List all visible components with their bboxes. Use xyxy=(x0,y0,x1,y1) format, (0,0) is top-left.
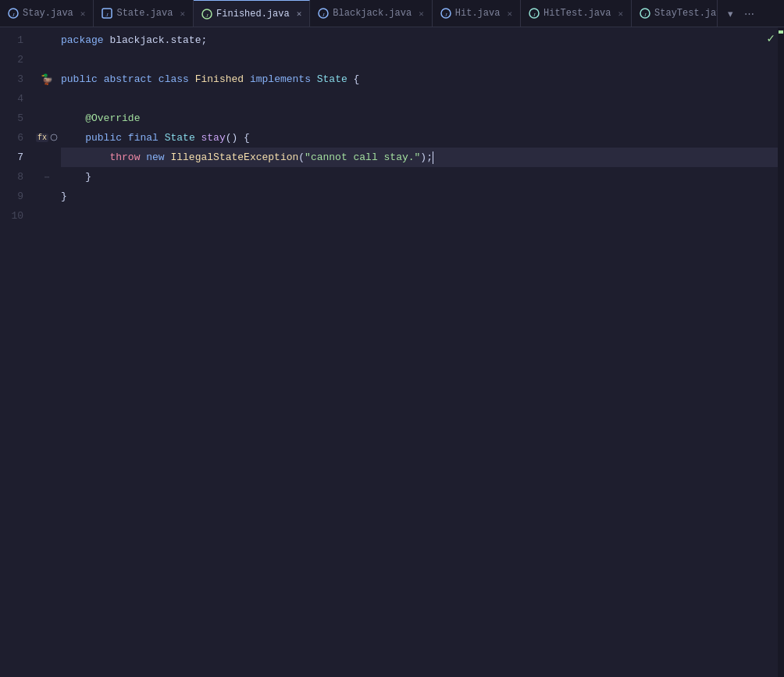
line-num-5: 5 xyxy=(0,109,31,128)
code-paren-7a: ( xyxy=(298,148,305,167)
code-kw-public-6: public xyxy=(85,128,122,148)
fold-icon-line8[interactable]: ⋯ xyxy=(45,172,50,182)
code-space-3b xyxy=(152,69,159,89)
editor-container: J Stay.java ✕ J State.java ✕ J xyxy=(0,0,784,677)
code-kw-throw: throw xyxy=(109,148,140,167)
code-space-3c xyxy=(189,69,195,89)
svg-text:J: J xyxy=(12,12,15,18)
scroll-indicator-green xyxy=(779,30,783,34)
text-cursor xyxy=(433,151,433,164)
chevron-down-button[interactable]: ▾ xyxy=(725,6,736,21)
finished-tab-label: Finished.java xyxy=(216,9,290,20)
line-num-9: 9 xyxy=(0,187,31,206)
code-kw-new: new xyxy=(146,148,164,167)
code-kw-final: final xyxy=(128,128,159,148)
svg-text:J: J xyxy=(206,12,209,18)
code-space-6b xyxy=(159,128,165,148)
finished-tab-close[interactable]: ✕ xyxy=(297,9,302,19)
code-brace-close-8: } xyxy=(85,167,91,187)
tab-stay[interactable]: J Stay.java ✕ xyxy=(0,0,94,27)
svg-text:J: J xyxy=(644,12,647,18)
line-num-7: 7 xyxy=(0,148,31,167)
svg-text:J: J xyxy=(323,12,326,18)
code-line-4 xyxy=(61,89,784,109)
hit-tab-icon: J xyxy=(440,8,451,19)
gutter-icon-row-7 xyxy=(39,148,55,167)
tab-finished[interactable]: J Finished.java ✕ xyxy=(194,0,310,27)
code-line-10 xyxy=(61,206,784,226)
staytest-tab-label: StayTest.java xyxy=(654,8,718,19)
tab-hit[interactable]: J Hit.java ✕ xyxy=(433,0,521,27)
code-line-8: } xyxy=(61,167,784,187)
gutter-icon-row-6: fx xyxy=(39,128,55,148)
code-kw-abstract: abstract xyxy=(104,69,152,89)
state-tab-close[interactable]: ✕ xyxy=(180,9,185,19)
code-space-3d xyxy=(244,69,250,89)
code-space-3e xyxy=(311,69,317,89)
code-classname-exception: IllegalStateException xyxy=(170,148,298,167)
blackjack-tab-icon: J xyxy=(318,8,329,19)
svg-text:J: J xyxy=(533,12,536,18)
code-line-6: public final State stay () { xyxy=(61,128,784,148)
code-kw-public-3: public xyxy=(61,69,98,89)
tab-bar-actions: ▾ ⋯ xyxy=(725,6,761,21)
tab-staytest[interactable]: J StayTest.java xyxy=(632,0,718,27)
state-tab-label: State.java xyxy=(116,8,173,19)
staytest-tab-icon: J xyxy=(640,8,650,19)
editor-area: ✓ 1 2 3 4 5 6 7 8 9 10 🦆 xyxy=(0,27,784,677)
line-num-2: 2 xyxy=(0,50,31,69)
code-paren-6: () { xyxy=(226,128,250,148)
code-space-7a xyxy=(140,148,146,167)
code-method-stay: stay xyxy=(201,128,226,148)
code-brace-open-3: { xyxy=(347,69,360,89)
line-num-6: 6 xyxy=(0,128,31,148)
code-space-6c xyxy=(195,128,201,148)
code-line-1: package blackjack.state; xyxy=(61,30,784,50)
code-line-5: @Override xyxy=(61,109,784,128)
stay-tab-icon: J xyxy=(8,8,19,19)
code-kw-implements: implements xyxy=(250,69,311,89)
tab-blackjack[interactable]: J Blackjack.java ✕ xyxy=(310,0,432,27)
code-indent-6 xyxy=(61,128,85,148)
hit-tab-close[interactable]: ✕ xyxy=(507,9,512,19)
code-indent-5 xyxy=(61,109,85,128)
line-num-1: 1 xyxy=(0,30,31,50)
tab-hittest[interactable]: J HitTest.java ✕ xyxy=(521,0,632,27)
stay-tab-label: Stay.java xyxy=(23,8,73,19)
gutter-icon-row-9 xyxy=(39,187,55,206)
scrollbar-right[interactable] xyxy=(778,27,784,677)
blackjack-tab-close[interactable]: ✕ xyxy=(419,9,424,19)
duck-icon-line3: 🦆 xyxy=(41,73,53,86)
stay-tab-close[interactable]: ✕ xyxy=(80,9,86,19)
code-space-7b xyxy=(165,148,171,167)
state-tab-icon: J xyxy=(102,8,112,19)
code-indent-8 xyxy=(61,167,85,187)
finished-tab-icon: J xyxy=(201,9,212,20)
code-editor[interactable]: package blackjack.state; public abstract… xyxy=(55,27,784,677)
code-line-7: throw new IllegalStateException ( "canno… xyxy=(61,148,784,167)
hittest-tab-icon: J xyxy=(529,8,540,19)
code-space-6a xyxy=(122,128,128,148)
code-type-state-6: State xyxy=(165,128,195,148)
tab-state[interactable]: J State.java ✕ xyxy=(94,0,194,27)
tab-bar: J Stay.java ✕ J State.java ✕ J xyxy=(0,0,784,27)
svg-text:J: J xyxy=(444,12,447,18)
more-options-button[interactable]: ⋯ xyxy=(741,6,757,21)
code-kw-package: package xyxy=(61,30,104,50)
svg-text:J: J xyxy=(106,12,109,18)
code-space-3a xyxy=(98,69,104,89)
code-brace-close-9: } xyxy=(61,187,67,206)
code-paren-7b: ); xyxy=(420,148,433,167)
code-indent-7 xyxy=(61,148,109,167)
code-line-9: } xyxy=(61,187,784,206)
code-package-name: blackjack.state; xyxy=(104,30,208,50)
code-line-3: public abstract class Finished implement… xyxy=(61,69,784,89)
line-num-10: 10 xyxy=(0,206,31,226)
gutter-icon-row-3: 🦆 xyxy=(39,69,55,89)
hittest-tab-close[interactable]: ✕ xyxy=(618,9,623,19)
fx-icon-line6[interactable]: fx xyxy=(36,134,48,142)
gutter-icon-row-2 xyxy=(39,50,55,69)
gutter-icon-row-4 xyxy=(39,89,55,109)
line-numbers-gutter: 1 2 3 4 5 6 7 8 9 10 xyxy=(0,27,39,677)
hittest-tab-label: HitTest.java xyxy=(543,8,611,19)
